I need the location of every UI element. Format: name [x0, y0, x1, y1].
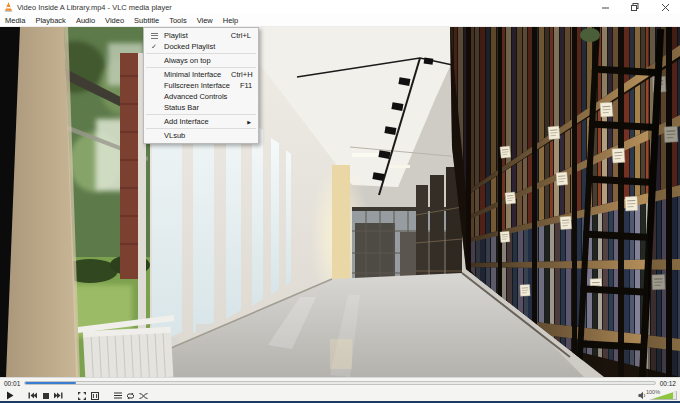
loop-icon — [126, 392, 135, 400]
menu-playback[interactable]: Playback — [30, 14, 70, 26]
menu-video[interactable]: Video — [100, 14, 129, 26]
menu-item-add-interface[interactable]: Add Interface ▶ — [144, 116, 258, 127]
view-menu-dropdown: Playlist Ctrl+L ✓ Docked Playlist Always… — [143, 27, 259, 144]
close-button[interactable] — [650, 0, 680, 14]
menu-separator — [146, 128, 256, 129]
menu-item-fullscreen-interface[interactable]: Fullscreen Interface F11 — [144, 80, 258, 91]
restore-button[interactable] — [620, 0, 650, 14]
vlc-cone-icon — [4, 2, 13, 12]
next-button[interactable] — [52, 389, 65, 402]
fullscreen-button[interactable] — [75, 389, 88, 402]
minimize-icon — [602, 4, 609, 11]
extended-settings-icon — [91, 392, 99, 400]
controls-toolbar: 100% — [0, 388, 680, 403]
menu-item-vlsub[interactable]: VLsub — [144, 130, 258, 141]
menu-audio[interactable]: Audio — [71, 14, 100, 26]
menu-help[interactable]: Help — [218, 14, 243, 26]
minimize-button[interactable] — [590, 0, 620, 14]
menu-separator — [146, 67, 256, 68]
menu-item-minimal-interface[interactable]: Minimal Interface Ctrl+H — [144, 69, 258, 80]
stop-button[interactable] — [39, 389, 52, 402]
random-icon — [139, 392, 148, 400]
vlc-window: Video Inside A Library.mp4 - VLC media p… — [0, 0, 680, 403]
play-icon — [6, 391, 14, 400]
seek-row: 00:01 00:12 — [0, 377, 680, 388]
menu-separator — [146, 53, 256, 54]
menu-tools[interactable]: Tools — [164, 14, 192, 26]
next-icon — [54, 392, 63, 399]
menu-item-docked-playlist[interactable]: ✓ Docked Playlist — [144, 41, 258, 52]
menu-item-playlist[interactable]: Playlist Ctrl+L — [144, 30, 258, 41]
menu-bar: Media Playback Audio Video Subtitle Tool… — [0, 14, 680, 27]
total-time: 00:12 — [660, 380, 676, 387]
volume-percent-label: 100% — [646, 389, 660, 395]
playlist-toggle-button[interactable] — [111, 389, 124, 402]
random-button[interactable] — [137, 389, 150, 402]
stop-icon — [43, 393, 49, 399]
title-bar: Video Inside A Library.mp4 - VLC media p… — [0, 0, 680, 14]
close-icon — [662, 4, 669, 11]
volume-control[interactable]: 100% — [638, 391, 677, 400]
playlist-icon — [114, 392, 122, 399]
menu-item-advanced-controls[interactable]: Advanced Controls — [144, 91, 258, 102]
menu-subtitle[interactable]: Subtitle — [129, 14, 164, 26]
window-title: Video Inside A Library.mp4 - VLC media p… — [17, 3, 172, 12]
fullscreen-icon — [78, 392, 86, 400]
elapsed-time: 00:01 — [4, 380, 20, 387]
seek-slider[interactable] — [24, 381, 655, 385]
loop-button[interactable] — [124, 389, 137, 402]
video-frame-library-scene — [0, 27, 680, 377]
playlist-icon — [148, 30, 160, 41]
menu-item-status-bar[interactable]: Status Bar — [144, 102, 258, 113]
submenu-arrow-icon: ▶ — [247, 119, 251, 125]
extended-settings-button[interactable] — [88, 389, 101, 402]
menu-item-always-on-top[interactable]: Always on top — [144, 55, 258, 66]
restore-icon — [631, 3, 639, 11]
video-display[interactable]: Playlist Ctrl+L ✓ Docked Playlist Always… — [0, 27, 680, 377]
menu-separator — [146, 114, 256, 115]
menu-media[interactable]: Media — [0, 14, 30, 26]
menu-view[interactable]: View — [192, 14, 218, 26]
previous-icon — [28, 392, 37, 399]
seek-progress — [25, 382, 75, 384]
check-icon: ✓ — [148, 41, 160, 52]
play-button[interactable] — [3, 389, 16, 402]
previous-button[interactable] — [26, 389, 39, 402]
